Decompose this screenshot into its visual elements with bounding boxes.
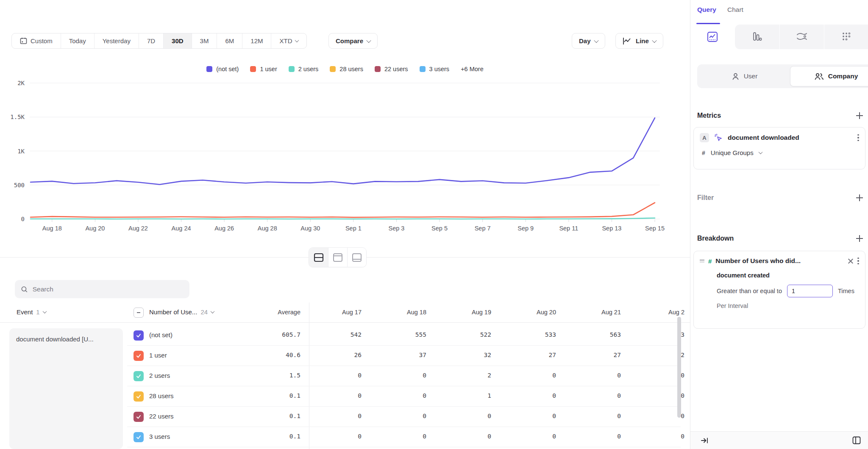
breakdown-unit: Times: [838, 288, 854, 294]
breakdown-header: Breakdown: [697, 235, 734, 242]
table-header: Event 1 Number of Use... 24 AverageAug 1…: [0, 302, 690, 323]
x-axis-label: Aug 28: [258, 225, 277, 232]
layout-bottom-button[interactable]: [347, 248, 366, 267]
cell-value: 32: [484, 352, 491, 358]
series-checkbox[interactable]: [134, 432, 144, 442]
filter-header: Filter: [697, 194, 714, 202]
chart-type-line-button[interactable]: [690, 25, 734, 49]
tab-query[interactable]: Query: [697, 6, 716, 14]
breakdown-card[interactable]: # Number of Users who did... document cr…: [693, 251, 865, 329]
chevron-down-icon: [211, 309, 215, 313]
scatter-chart-icon: [841, 31, 852, 42]
average-value: 0.1: [289, 392, 300, 399]
close-icon[interactable]: [848, 258, 854, 264]
check-icon: [136, 414, 142, 420]
cell-value: 26: [354, 352, 362, 358]
average-value: 605.7: [282, 331, 300, 338]
series-header-label: Number of Use...: [149, 308, 197, 316]
layout-toggle-group: [309, 247, 367, 267]
x-axis-label: Sep 11: [559, 225, 578, 232]
breakdown-event: document created: [700, 272, 859, 279]
drag-handle-icon[interactable]: [700, 260, 704, 262]
chevron-down-icon: [758, 150, 762, 154]
search-input[interactable]: [33, 285, 184, 293]
series-checkbox[interactable]: [134, 391, 144, 402]
series-line-1-user[interactable]: [31, 203, 655, 218]
series-checkbox[interactable]: [134, 330, 144, 341]
aggregation-dropdown[interactable]: Unique Groups: [711, 149, 754, 156]
check-icon: [136, 333, 142, 338]
event-count: 1: [36, 308, 39, 316]
main-content: CustomTodayYesterday7D30D3M6M12MXTD Comp…: [0, 0, 690, 449]
cell-value: 0: [681, 413, 684, 419]
cell-value: 0: [617, 372, 621, 379]
chart-type-scatter-button[interactable]: [824, 25, 868, 49]
metric-card[interactable]: A document downloaded # Unique Groups: [693, 127, 865, 169]
check-icon: [136, 373, 142, 379]
cell-value: 0: [423, 372, 426, 379]
chart-type-selector: [690, 25, 868, 49]
breakdown-condition[interactable]: Greater than or equal to: [717, 288, 782, 294]
x-axis-label: Aug 18: [42, 225, 62, 232]
cell-value: 37: [419, 352, 426, 358]
row-divider: [127, 447, 681, 447]
series-line-2-users[interactable]: [31, 218, 655, 219]
add-breakdown-button[interactable]: [856, 235, 863, 242]
search-box: [15, 280, 189, 298]
x-axis-label: Aug 24: [172, 225, 191, 232]
tab-chart[interactable]: Chart: [727, 6, 743, 14]
cell-value: 542: [351, 331, 362, 338]
line-chart-icon: [707, 31, 718, 42]
cell-value: 0: [487, 433, 491, 440]
scope-toggle: User Company: [697, 64, 868, 88]
search-icon: [21, 285, 28, 293]
collapse-panel-icon[interactable]: [701, 437, 709, 444]
breakdown-per-interval[interactable]: Per Interval: [700, 302, 859, 309]
query-panel: Query Chart User Company Metrics A: [690, 0, 868, 449]
flow-chart-icon: [796, 31, 808, 42]
series-checkbox[interactable]: [134, 351, 144, 361]
event-column-dropdown[interactable]: Event 1: [17, 308, 46, 316]
layout-split-button[interactable]: [309, 248, 328, 267]
cell-value: 0: [423, 392, 426, 399]
date-column-header: Aug 18: [407, 309, 426, 316]
breakdown-value-input[interactable]: [787, 285, 833, 297]
table-row: 2 users1.5002000: [0, 366, 690, 386]
x-axis-label: Aug 26: [214, 225, 234, 232]
series-checkbox[interactable]: [134, 371, 144, 381]
cell-value: 0: [358, 413, 362, 419]
scope-user-option[interactable]: User: [699, 66, 790, 86]
y-axis-label: 0: [21, 216, 25, 222]
metric-menu-button[interactable]: [857, 134, 859, 141]
x-axis-label: Aug 22: [128, 225, 148, 232]
cell-value: 533: [545, 331, 556, 338]
event-header-label: Event: [17, 308, 33, 316]
chart-type-flow-button[interactable]: [779, 25, 824, 49]
chart-type-bar-button[interactable]: [734, 25, 779, 49]
series-checkbox[interactable]: [134, 412, 144, 422]
cell-value: 0: [552, 372, 556, 379]
layout-top-button[interactable]: [328, 248, 347, 267]
cell-value: 563: [610, 331, 621, 338]
cell-value: 0: [487, 413, 491, 419]
series-label: 22 users: [149, 413, 174, 420]
cell-value: 0: [552, 433, 556, 440]
average-value: 40.6: [286, 352, 300, 358]
line-chart[interactable]: 05001K1.5K2KAug 18Aug 20Aug 22Aug 24Aug …: [0, 0, 690, 241]
cell-value: 0: [617, 433, 621, 440]
add-metric-button[interactable]: [856, 112, 863, 119]
cell-value: 522: [480, 331, 491, 338]
select-all-checkbox[interactable]: [134, 308, 144, 318]
series-column-dropdown[interactable]: Number of Use... 24: [149, 308, 214, 316]
breakdown-menu-button[interactable]: [857, 258, 859, 265]
y-axis-label: 500: [14, 182, 25, 188]
bottom-view-icon: [352, 253, 362, 262]
scope-company-option[interactable]: Company: [790, 66, 868, 86]
add-filter-button[interactable]: [856, 194, 863, 202]
date-column-header: Aug 2: [668, 309, 684, 316]
x-axis-label: Sep 13: [602, 225, 621, 232]
x-axis-label: Sep 3: [389, 225, 405, 232]
table-row: 28 users0.1001000: [0, 386, 690, 407]
vertical-scrollbar[interactable]: [677, 317, 681, 418]
sidebar-layout-icon[interactable]: [852, 436, 861, 444]
